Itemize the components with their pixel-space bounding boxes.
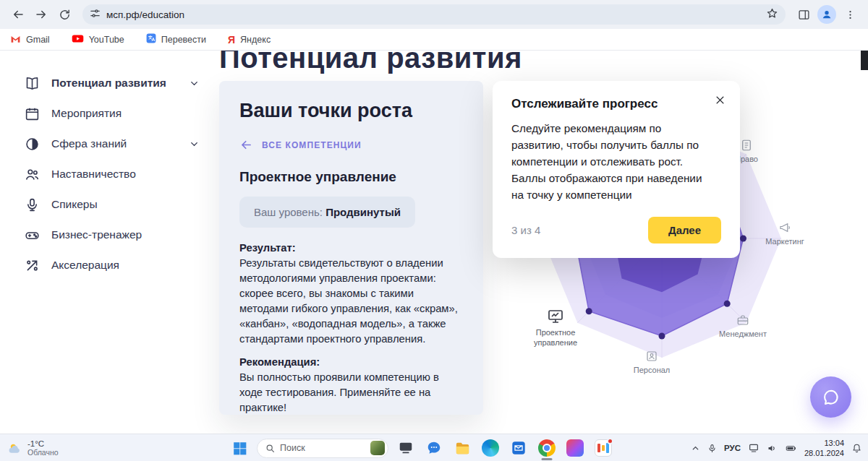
card-title: Ваши точки роста xyxy=(239,100,463,122)
bookmark-label: YouTube xyxy=(89,35,124,45)
network-icon[interactable] xyxy=(748,442,760,454)
personnel-icon xyxy=(645,350,658,363)
next-button[interactable]: Далее xyxy=(648,217,721,244)
chat-bubble-icon xyxy=(822,388,841,407)
sidebar-item-mentorship[interactable]: Наставничество xyxy=(0,159,217,189)
result-text: Результаты свидетельствуют о владении ме… xyxy=(239,256,463,347)
bookmark-label: Gmail xyxy=(26,35,50,45)
scrollbar-thumb[interactable] xyxy=(861,51,868,70)
taskbar-photos[interactable] xyxy=(564,437,586,459)
notifications-bell-icon[interactable] xyxy=(851,443,862,454)
close-icon[interactable] xyxy=(712,92,727,107)
taskbar-mail[interactable] xyxy=(508,437,529,459)
tray-chevron-up-icon[interactable] xyxy=(691,444,700,453)
taskbar-clock[interactable]: 13:04 28.01.2024 xyxy=(804,438,844,459)
chevron-down-icon[interactable] xyxy=(189,78,200,89)
cloudy-weather-icon xyxy=(7,441,22,456)
taskbar-app-dark[interactable] xyxy=(395,437,417,459)
side-panel-icon[interactable] xyxy=(793,4,814,25)
search-placeholder: Поиск xyxy=(280,443,365,453)
sidebar-item-knowledge[interactable]: Сфера знаний xyxy=(0,129,217,159)
bookmark-translate[interactable]: Перевести xyxy=(146,33,206,46)
date-text: 28.01.2024 xyxy=(804,448,844,458)
microphone-icon xyxy=(25,197,40,212)
taskbar-search-box[interactable]: Поиск xyxy=(257,439,388,458)
yandex-icon: Я xyxy=(228,34,235,46)
windows-taskbar: -1°C Облачно Поиск xyxy=(0,434,868,461)
language-indicator[interactable]: РУС xyxy=(724,444,741,452)
gmail-icon xyxy=(10,34,21,46)
competency-title: Проектное управление xyxy=(239,169,463,185)
folder-icon xyxy=(454,440,471,457)
url-text[interactable]: мсп.рф/education xyxy=(106,9,184,20)
sidebar-item-speakers[interactable]: Спикеры xyxy=(0,189,217,220)
battery-icon[interactable] xyxy=(785,443,797,454)
taskbar-app-notification[interactable] xyxy=(592,437,614,459)
youtube-icon xyxy=(72,34,84,46)
taskbar-chat[interactable] xyxy=(423,437,445,459)
bookmark-star-icon[interactable] xyxy=(766,7,778,22)
marketing-icon xyxy=(778,221,791,234)
back-icon[interactable] xyxy=(7,4,29,25)
radar-axis-project-management[interactable]: Проектное управление xyxy=(527,308,584,348)
sidebar-item-events[interactable]: Мероприятия xyxy=(0,98,217,129)
windows-logo-icon xyxy=(232,441,247,456)
start-button[interactable] xyxy=(229,437,250,459)
all-competencies-label: ВСЕ КОМПЕТЕНЦИИ xyxy=(262,140,362,150)
radar-axis-management[interactable]: Менеджмент xyxy=(712,314,774,340)
taskbar-chrome[interactable] xyxy=(536,437,558,459)
level-value: Продвинутый xyxy=(326,206,401,218)
teams-chat-icon xyxy=(426,440,442,456)
recommendation-text: Вы полностью проявили компетенцию в ходе… xyxy=(239,370,463,415)
dark-app-icon xyxy=(398,440,414,456)
all-competencies-link[interactable]: ВСЕ КОМПЕТЕНЦИИ xyxy=(239,138,463,152)
volume-icon[interactable] xyxy=(767,443,778,454)
edge-icon xyxy=(482,439,499,457)
site-info-icon[interactable] xyxy=(90,8,101,22)
project-management-icon xyxy=(547,308,564,325)
bookmarks-bar: Gmail YouTube Перевести Я Яндекс xyxy=(0,29,868,51)
page-title: Потенциал развития xyxy=(219,51,522,74)
bookmark-gmail[interactable]: Gmail xyxy=(10,34,50,46)
blue-mail-icon xyxy=(511,440,527,456)
profile-avatar[interactable] xyxy=(817,5,836,24)
calendar-icon xyxy=(25,106,40,121)
back-arrow-icon xyxy=(239,138,253,152)
media-app-icon xyxy=(595,439,612,457)
level-label: Ваш уровень: xyxy=(254,206,323,218)
weather-temp: -1°C xyxy=(27,439,59,448)
menu-kebab-icon[interactable] xyxy=(839,4,861,25)
notification-dot xyxy=(607,438,613,444)
book-icon xyxy=(25,76,40,91)
knowledge-sphere-icon xyxy=(25,137,40,152)
acceleration-icon xyxy=(25,258,40,273)
time-text: 13:04 xyxy=(804,438,844,448)
taskbar-edge[interactable] xyxy=(480,437,501,459)
forward-icon[interactable] xyxy=(30,4,52,25)
bookmark-yandex[interactable]: Я Яндекс xyxy=(228,34,271,46)
chat-fab-button[interactable] xyxy=(810,376,851,418)
radar-axis-marketing[interactable]: Маркетинг xyxy=(754,221,816,247)
progress-tour-popup: Отслеживайте прогресс Следуйте рекоменда… xyxy=(493,81,740,258)
search-icon xyxy=(265,444,275,453)
translate-icon xyxy=(146,33,156,46)
bookmark-label: Яндекс xyxy=(240,35,271,45)
sidebar-item-acceleration[interactable]: Акселерация xyxy=(0,250,217,280)
site-sidebar: Потенциал развития Мероприятия Сфера зна… xyxy=(0,51,217,434)
refresh-icon[interactable] xyxy=(54,4,75,25)
taskbar-file-explorer[interactable] xyxy=(451,437,473,459)
weather-desc: Облачно xyxy=(27,448,59,457)
level-badge: Ваш уровень: Продвинутый xyxy=(239,197,415,228)
gamepad-icon xyxy=(25,228,40,243)
sidebar-item-business-trainer[interactable]: Бизнес-тренажер xyxy=(0,220,217,250)
chevron-down-icon[interactable] xyxy=(189,139,200,150)
radar-axis-personnel[interactable]: Персонал xyxy=(621,350,683,376)
search-daily-image[interactable] xyxy=(370,441,385,455)
bookmark-label: Перевести xyxy=(161,35,206,45)
bookmark-youtube[interactable]: YouTube xyxy=(72,34,124,46)
management-icon xyxy=(736,314,749,327)
address-bar[interactable]: мсп.рф/education xyxy=(82,4,786,25)
sidebar-item-potential[interactable]: Потенциал развития xyxy=(0,68,217,98)
microphone-status-icon[interactable] xyxy=(707,444,717,453)
taskbar-weather-widget[interactable]: -1°C Облачно xyxy=(7,434,59,461)
